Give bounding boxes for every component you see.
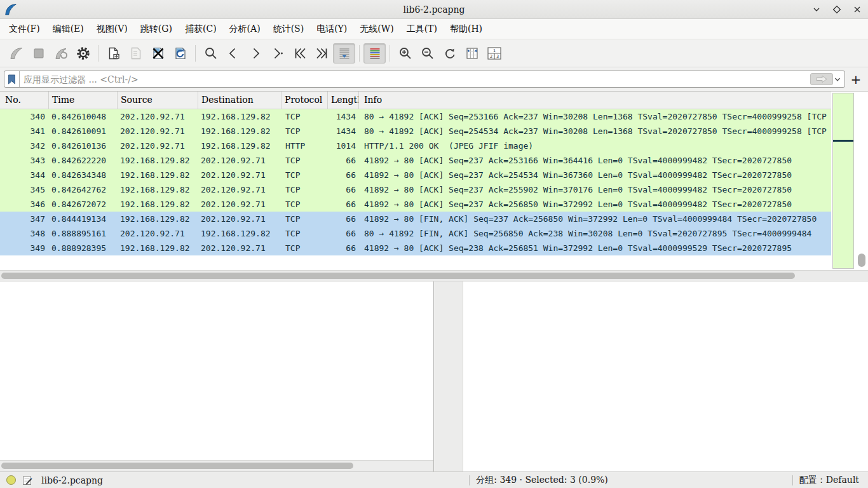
go-back-icon[interactable] bbox=[222, 43, 244, 64]
menu-item[interactable]: 无线(W) bbox=[353, 20, 400, 38]
pane-layout-icon[interactable]: 123 bbox=[483, 43, 505, 64]
status-filename[interactable]: lib6-2.pcapng bbox=[41, 475, 103, 485]
packet-row[interactable]: 347 0.844419134 192.168.129.82 202.120.9… bbox=[0, 212, 831, 226]
menu-item[interactable]: 捕获(C) bbox=[179, 20, 223, 38]
pane-splitter[interactable] bbox=[434, 281, 463, 471]
svg-text:2: 2 bbox=[489, 53, 492, 58]
start-capture-fin-icon[interactable] bbox=[5, 43, 27, 64]
expert-info-icon[interactable] bbox=[6, 475, 16, 485]
find-packet-icon[interactable] bbox=[200, 43, 222, 64]
save-file-icon[interactable] bbox=[125, 43, 147, 64]
apply-filter-icon[interactable] bbox=[810, 73, 833, 85]
colorize-packets-icon[interactable] bbox=[363, 43, 386, 64]
packet-row[interactable]: 344 0.842634348 192.168.129.82 202.120.9… bbox=[0, 168, 831, 182]
packet-row[interactable]: 342 0.842610136 202.120.92.71 192.168.12… bbox=[0, 139, 831, 153]
packet-row[interactable]: 341 0.842610091 202.120.92.71 192.168.12… bbox=[0, 124, 831, 139]
add-filter-button[interactable]: + bbox=[848, 71, 864, 88]
zoom-out-icon[interactable] bbox=[416, 43, 438, 64]
menu-item[interactable]: 文件(F) bbox=[3, 20, 46, 38]
filter-dropdown-chevron-icon[interactable] bbox=[834, 77, 841, 82]
menu-item[interactable]: 电话(Y) bbox=[310, 20, 353, 38]
close-icon[interactable] bbox=[851, 4, 863, 15]
column-header-destination[interactable]: Destination bbox=[198, 92, 281, 109]
toolbar-separator bbox=[390, 45, 390, 62]
menu-item[interactable]: 工具(T) bbox=[400, 20, 444, 38]
display-filter-input-wrap bbox=[4, 71, 845, 88]
packet-row[interactable]: 343 0.842622220 192.168.129.82 202.120.9… bbox=[0, 153, 831, 168]
open-file-icon[interactable] bbox=[102, 43, 125, 64]
menu-item[interactable]: 帮助(H) bbox=[444, 20, 489, 38]
svg-text:3: 3 bbox=[496, 53, 498, 58]
capture-comment-icon[interactable] bbox=[22, 475, 32, 485]
packet-row[interactable]: 348 0.888895161 202.120.92.71 192.168.12… bbox=[0, 226, 831, 241]
go-to-packet-icon[interactable] bbox=[266, 43, 288, 64]
reload-file-icon[interactable] bbox=[169, 43, 191, 64]
go-last-packet-icon[interactable] bbox=[311, 43, 333, 64]
status-packet-counts: 分组: 349 · Selected: 3 (0.9%) bbox=[476, 475, 608, 486]
column-header-time[interactable]: Time bbox=[49, 92, 118, 109]
packet-list-header: No. Time Source Destination Protocol Len… bbox=[0, 92, 831, 109]
packet-list-vertical-scrollbar[interactable] bbox=[858, 254, 865, 267]
filter-bookmark-icon[interactable] bbox=[4, 71, 20, 87]
packet-rows: 340 0.842610048 202.120.92.71 192.168.12… bbox=[0, 109, 831, 255]
toolbar-separator bbox=[195, 45, 196, 62]
scrollbar-handle[interactable] bbox=[1, 463, 353, 469]
toolbar-separator bbox=[359, 45, 360, 62]
packet-list-pane: No. Time Source Destination Protocol Len… bbox=[0, 92, 868, 270]
go-first-packet-icon[interactable] bbox=[288, 43, 311, 64]
status-profile[interactable]: 配置：Default bbox=[799, 475, 862, 486]
packet-row[interactable]: 345 0.842642762 192.168.129.82 202.120.9… bbox=[0, 182, 831, 197]
menu-item[interactable]: 统计(S) bbox=[267, 20, 311, 38]
auto-scroll-icon[interactable] bbox=[333, 43, 355, 64]
menu-item[interactable]: 跳转(G) bbox=[134, 20, 179, 38]
packet-details-pane[interactable] bbox=[0, 281, 434, 471]
detail-panes bbox=[0, 281, 868, 471]
menu-item[interactable]: 编辑(E) bbox=[46, 20, 90, 38]
maximize-icon[interactable] bbox=[831, 4, 843, 15]
column-header-no[interactable]: No. bbox=[0, 92, 49, 109]
restart-capture-icon[interactable] bbox=[50, 43, 72, 64]
zoom-reset-icon[interactable] bbox=[438, 43, 461, 64]
scrollbar-handle[interactable] bbox=[1, 273, 795, 279]
status-bar: lib6-2.pcapng 分组: 349 · Selected: 3 (0.9… bbox=[0, 471, 868, 488]
column-header-protocol[interactable]: Protocol bbox=[281, 92, 328, 109]
resize-columns-icon[interactable] bbox=[461, 43, 483, 64]
packet-bytes-pane[interactable] bbox=[463, 281, 868, 471]
close-file-icon[interactable] bbox=[147, 43, 169, 64]
status-separator bbox=[792, 475, 793, 485]
menu-item[interactable]: 视图(V) bbox=[90, 20, 134, 38]
display-filter-input[interactable] bbox=[20, 71, 810, 87]
minimize-icon[interactable] bbox=[811, 4, 822, 15]
intelligent-scrollbar-minimap[interactable] bbox=[832, 93, 854, 269]
main-toolbar: 123 bbox=[0, 39, 868, 67]
go-forward-icon[interactable] bbox=[244, 43, 266, 64]
toolbar-separator bbox=[98, 45, 98, 62]
menubar: 文件(F)编辑(E)视图(V)跳转(G)捕获(C)分析(A)统计(S)电话(Y)… bbox=[0, 19, 868, 39]
column-header-info[interactable]: Info bbox=[359, 92, 831, 109]
column-header-source[interactable]: Source bbox=[118, 92, 198, 109]
menu-item[interactable]: 分析(A) bbox=[223, 20, 267, 38]
window-title: lib6-2.pcapng bbox=[0, 4, 868, 15]
filter-bar: + bbox=[0, 67, 868, 92]
packet-details-horizontal-scrollbar[interactable] bbox=[0, 460, 433, 471]
packet-row[interactable]: 340 0.842610048 202.120.92.71 192.168.12… bbox=[0, 109, 831, 124]
packet-list-horizontal-scrollbar[interactable] bbox=[0, 270, 868, 281]
packet-row[interactable]: 346 0.842672072 192.168.129.82 202.120.9… bbox=[0, 197, 831, 212]
svg-text:1: 1 bbox=[492, 48, 495, 53]
status-separator bbox=[469, 475, 470, 485]
zoom-in-icon[interactable] bbox=[394, 43, 416, 64]
minimap-mark bbox=[833, 140, 853, 142]
column-header-length[interactable]: Length bbox=[328, 92, 359, 109]
capture-options-gear-icon[interactable] bbox=[72, 43, 94, 64]
stop-capture-icon[interactable] bbox=[27, 43, 50, 64]
packet-row[interactable]: 349 0.888928395 192.168.129.82 202.120.9… bbox=[0, 241, 831, 255]
titlebar: lib6-2.pcapng bbox=[0, 0, 868, 19]
